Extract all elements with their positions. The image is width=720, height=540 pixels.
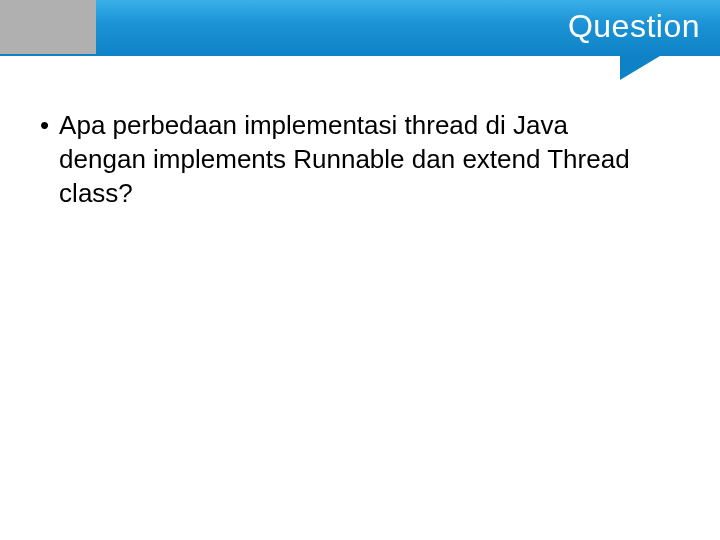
slide-content: • Apa perbedaan implementasi thread di J… [40,108,640,210]
bullet-text: Apa perbedaan implementasi thread di Jav… [59,108,640,210]
speech-bubble-tail-icon [620,56,660,80]
bullet-item: • Apa perbedaan implementasi thread di J… [40,108,640,210]
slide-header: Question [0,0,720,56]
slide: Question • Apa perbedaan implementasi th… [0,0,720,540]
bullet-marker-icon: • [40,108,49,142]
header-grey-box [0,0,96,54]
slide-title: Question [568,8,700,45]
